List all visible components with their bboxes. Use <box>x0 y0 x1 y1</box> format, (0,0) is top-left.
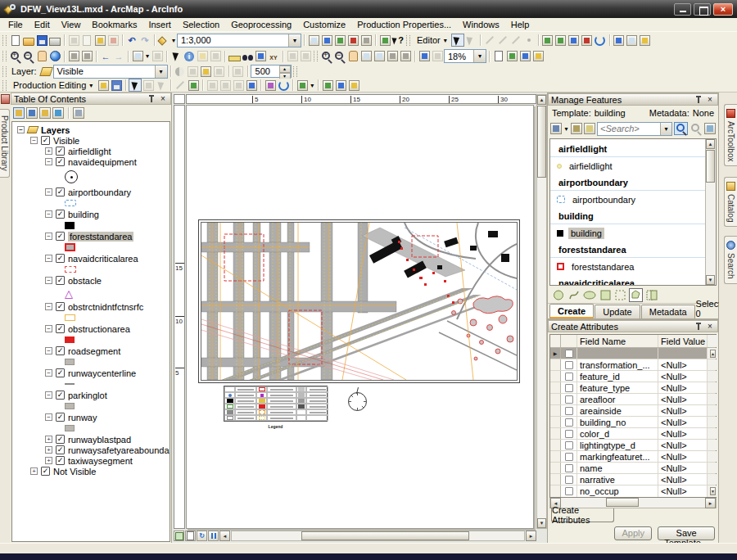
create-viewer-window-icon[interactable] <box>299 50 312 63</box>
menu-windows[interactable]: Windows <box>457 19 505 30</box>
production-preview-icon[interactable] <box>347 79 360 92</box>
undo-icon[interactable]: ↶ <box>125 34 138 47</box>
production-trace-icon[interactable] <box>187 79 200 92</box>
production-lasso-icon[interactable] <box>155 79 168 92</box>
layer-checkbox[interactable]: ✓ <box>56 254 65 263</box>
edit-annotation-tool-icon[interactable] <box>464 34 477 47</box>
layer-item-runwayblastpad[interactable]: + ✓ runwayblastpad <box>12 434 170 445</box>
layout-zoom-whole-page-icon[interactable] <box>359 50 373 63</box>
scroll-left-icon[interactable]: ◄ <box>219 531 230 541</box>
layout-zoom-dropdown-icon[interactable]: ▾ <box>473 50 486 62</box>
field-name-cell[interactable]: building_no <box>577 417 658 427</box>
paste-icon[interactable] <box>93 34 106 47</box>
map-vertical-scrollbar[interactable]: ▲ ▼ <box>536 94 547 529</box>
go-forward-extent-icon[interactable]: → <box>112 50 125 63</box>
collapse-icon[interactable]: − <box>45 188 52 196</box>
go-to-xy-icon[interactable] <box>267 50 280 63</box>
endpoint-arc-icon[interactable] <box>496 34 509 47</box>
layer-checkbox[interactable]: ✓ <box>56 210 65 219</box>
minimize-button[interactable] <box>674 3 691 16</box>
edit-vertices-icon[interactable] <box>541 34 554 47</box>
fixed-zoom-out-icon[interactable] <box>80 50 93 63</box>
field-value-cell[interactable]: <Null> <box>658 382 708 393</box>
obstacle-symbol[interactable]: △ <box>65 288 73 299</box>
horizontal-scroll-thumb[interactable] <box>301 531 469 540</box>
production-validate-dropdown-icon[interactable]: ▾ <box>309 79 315 92</box>
field-value-cell[interactable]: <Null> <box>658 451 708 462</box>
layer-label[interactable]: roadsegment <box>68 346 120 356</box>
freehand-tool-icon[interactable] <box>570 291 578 299</box>
toc-root-layers[interactable]: − Layers <box>12 124 170 135</box>
layer-checkbox[interactable]: ✓ <box>56 147 65 156</box>
transparency-icon[interactable] <box>213 65 226 78</box>
row-checkbox[interactable] <box>565 487 573 495</box>
filter-templates-icon[interactable] <box>550 123 562 134</box>
combo-dropdown-icon[interactable]: ▾ <box>288 34 301 47</box>
collapse-icon[interactable]: − <box>30 137 38 144</box>
field-name-cell[interactable]: areainside <box>577 405 658 416</box>
spinner-up-icon[interactable]: ▴ <box>279 65 291 73</box>
layer-label[interactable]: runway <box>68 413 97 422</box>
scroll-down-icon[interactable]: ▼ <box>537 518 546 528</box>
create-features-window-icon[interactable] <box>639 34 652 47</box>
list-by-source-icon[interactable] <box>26 107 38 119</box>
sketch-properties-icon[interactable] <box>626 34 639 47</box>
field-value-cell[interactable]: <Null> <box>658 417 708 427</box>
layer-item-navaidcriticalarea[interactable]: − ✓ navaidcriticalarea <box>12 253 170 264</box>
tab-arctoolbox[interactable]: ArcToolbox <box>724 104 737 166</box>
tab-metadata[interactable]: Metadata <box>641 305 695 318</box>
clear-selection-icon[interactable] <box>151 50 164 63</box>
toc-options-icon[interactable] <box>73 107 84 119</box>
not-visible-group-label[interactable]: Not Visible <box>53 467 96 476</box>
layout-fixed-zoom-out-icon[interactable] <box>399 50 412 63</box>
layer-label-selected[interactable]: foreststandarea <box>68 232 133 242</box>
row-checkbox[interactable] <box>565 407 573 415</box>
row-checkbox[interactable] <box>565 384 573 392</box>
template-list-scrollbar[interactable]: ▲ ▼ <box>705 139 716 285</box>
layer-item-obstrctnidntfctnsrfc[interactable]: − ✓ obstrctnidntfctnsrfc <box>12 301 170 312</box>
vertical-scroll-thumb[interactable] <box>537 106 546 178</box>
swipe-layer-icon[interactable] <box>200 65 213 78</box>
template-group-airportboundary[interactable]: airportboundary <box>550 174 705 191</box>
not-visible-checkbox[interactable]: ✓ <box>41 467 50 476</box>
edit-tool-icon[interactable] <box>451 34 464 47</box>
field-name-cell[interactable]: narrative <box>577 474 658 485</box>
template-item-airportboundary[interactable]: airportboundary <box>550 191 705 208</box>
scroll-thumb[interactable] <box>706 150 715 183</box>
production-image-icon[interactable] <box>321 79 334 92</box>
layer-checkbox[interactable]: ✓ <box>56 435 65 444</box>
close-button[interactable]: × <box>713 3 733 16</box>
search-button[interactable] <box>674 122 688 135</box>
toc-group-visible[interactable]: − ✓ Visible <box>12 135 170 146</box>
pause-drawing-button[interactable] <box>208 531 219 541</box>
map-horizontal-scrollbar[interactable] <box>231 531 525 541</box>
layer-checkbox[interactable]: ✓ <box>56 187 65 196</box>
layer-label[interactable]: obstrctnidntfctnsrfc <box>68 302 143 312</box>
delete-icon[interactable] <box>106 34 120 47</box>
attribute-row[interactable]: narrative<Null> <box>550 474 716 485</box>
layout-toolbar-grip[interactable] <box>314 51 318 61</box>
reshape-feature-icon[interactable] <box>554 34 567 47</box>
zoom-out-icon[interactable] <box>22 50 35 63</box>
scroll-down-icon[interactable]: ▼ <box>706 275 715 285</box>
parkinglot-symbol[interactable] <box>65 403 75 409</box>
grid-scroll-down-icon[interactable]: ▼ <box>710 487 716 495</box>
menu-file[interactable]: File <box>2 19 29 30</box>
auto-complete-polygon-tool-icon[interactable] <box>647 291 657 300</box>
obstrctnidntfctnsrfc-symbol[interactable] <box>65 314 75 321</box>
building-symbol[interactable] <box>65 222 75 229</box>
layer-item-airportboundary[interactable]: − ✓ airportboundary <box>12 187 170 197</box>
editor-menu-button[interactable]: Editor ▾ <box>413 34 451 46</box>
save-icon[interactable] <box>35 34 48 47</box>
move-tool-icon[interactable] <box>567 34 581 47</box>
field-value-cell[interactable]: <Null> <box>658 428 708 439</box>
row-checkbox[interactable] <box>565 453 573 461</box>
layer-checkbox[interactable]: ✓ <box>56 157 65 166</box>
tab-create[interactable]: Create <box>549 304 594 318</box>
visible-checkbox[interactable]: ✓ <box>41 136 50 145</box>
airport-map-canvas[interactable] <box>201 222 518 381</box>
hyperlink-icon[interactable] <box>196 50 209 63</box>
field-name-cell[interactable]: areafloor <box>577 394 658 404</box>
runwaycenterline-symbol[interactable] <box>65 383 75 385</box>
edit-sketch-icon[interactable] <box>307 34 320 47</box>
